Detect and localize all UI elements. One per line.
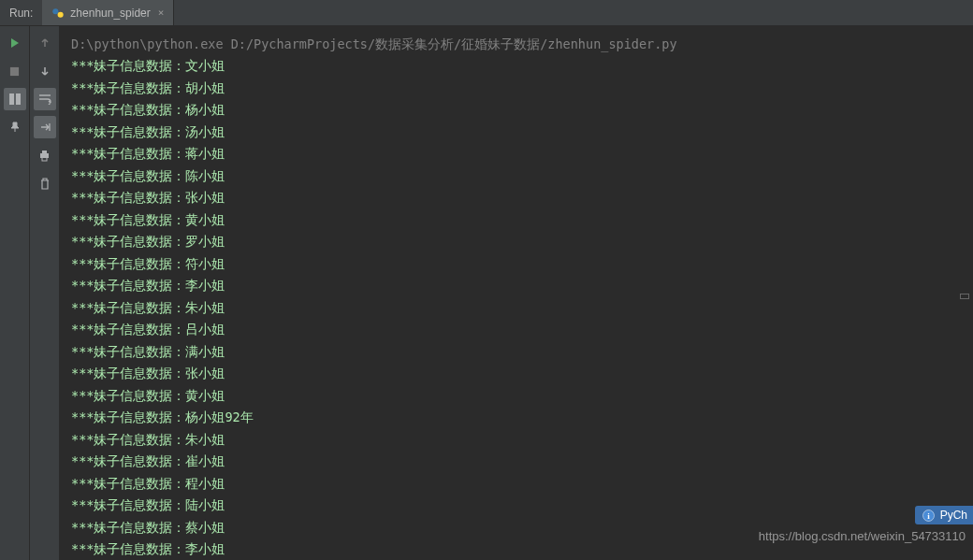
- output-line: ***妹子信息数据：汤小姐: [71, 122, 962, 143]
- stop-button[interactable]: [4, 60, 26, 82]
- output-line: ***妹子信息数据：黄小姐: [71, 209, 962, 231]
- output-line: ***妹子信息数据：杨小姐: [71, 99, 962, 121]
- close-icon[interactable]: ×: [158, 7, 165, 19]
- output-line: ***妹子信息数据：黄小姐: [71, 385, 962, 407]
- info-icon: i: [922, 509, 936, 522]
- output-line: ***妹子信息数据：胡小姐: [71, 78, 962, 99]
- console-actions-sidebar: [30, 26, 60, 560]
- svg-rect-2: [10, 66, 19, 75]
- pin-button[interactable]: [4, 116, 26, 138]
- scroll-indicator-icon: [960, 294, 969, 299]
- output-line: ***妹子信息数据：崔小姐: [71, 451, 962, 472]
- output-line: ***妹子信息数据：朱小姐: [71, 297, 962, 319]
- soft-wrap-button[interactable]: [34, 88, 56, 110]
- watermark-text: https://blog.csdn.net/weixin_54733110: [759, 529, 966, 543]
- run-panel-label: Run:: [0, 7, 42, 20]
- tab-label: zhenhun_spider: [70, 7, 150, 20]
- output-line: ***妹子信息数据：吕小姐: [71, 319, 962, 340]
- svg-rect-6: [42, 151, 47, 153]
- print-button[interactable]: [34, 144, 56, 166]
- output-line: ***妹子信息数据：文小姐: [71, 55, 962, 77]
- svg-point-1: [58, 11, 64, 17]
- run-tab[interactable]: zhenhun_spider ×: [42, 0, 174, 25]
- output-line: ***妹子信息数据：符小姐: [71, 253, 962, 275]
- output-line: ***妹子信息数据：蒋小姐: [71, 143, 962, 165]
- run-actions-sidebar: [0, 26, 30, 560]
- clear-button[interactable]: [34, 172, 56, 194]
- scroll-to-end-button[interactable]: [34, 116, 56, 138]
- svg-point-0: [53, 8, 59, 14]
- arrow-up-button[interactable]: [34, 32, 56, 54]
- output-line: ***妹子信息数据：杨小姐92年: [71, 407, 962, 428]
- badge-label: PyCh: [940, 509, 967, 522]
- command-line: D:\python\python.exe D:/PycharmProjects/…: [71, 34, 962, 55]
- output-line: ***妹子信息数据：陈小姐: [71, 165, 962, 187]
- run-button[interactable]: [4, 32, 26, 54]
- output-line: ***妹子信息数据：李小姐: [71, 275, 962, 296]
- console-output[interactable]: D:\python\python.exe D:/PycharmProjects/…: [60, 26, 973, 560]
- output-line: ***妹子信息数据：程小姐: [71, 473, 962, 495]
- output-line: ***妹子信息数据：张小姐: [71, 363, 962, 384]
- output-line: ***妹子信息数据：张小姐: [71, 187, 962, 208]
- svg-rect-3: [9, 93, 14, 105]
- output-line: ***妹子信息数据：满小姐: [71, 341, 962, 363]
- svg-rect-4: [16, 93, 21, 105]
- pycharm-badge[interactable]: i PyCh: [915, 506, 973, 524]
- output-line: ***妹子信息数据：陆小姐: [71, 495, 962, 516]
- python-file-icon: [51, 7, 65, 20]
- arrow-down-button[interactable]: [34, 60, 56, 82]
- output-line: ***妹子信息数据：朱小姐: [71, 429, 962, 451]
- output-line: ***妹子信息数据：罗小姐: [71, 231, 962, 252]
- layout-button[interactable]: [4, 88, 26, 110]
